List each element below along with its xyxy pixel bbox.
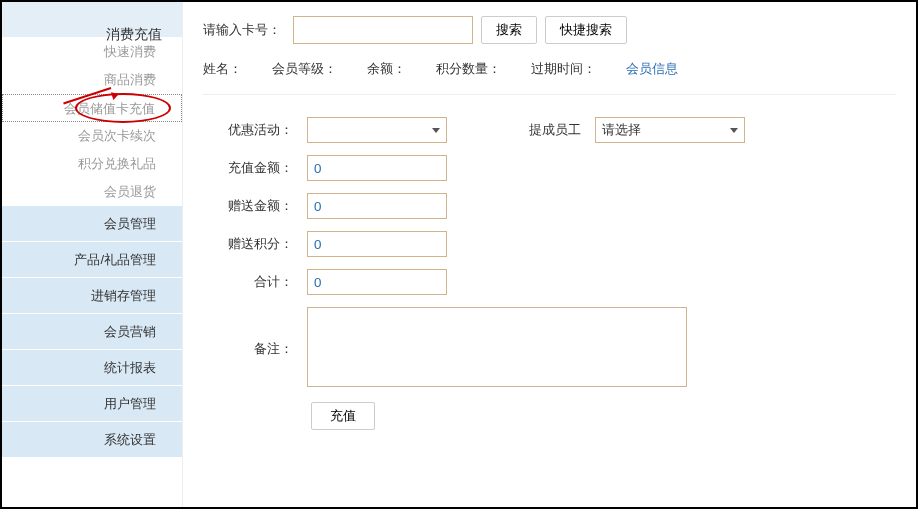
remark-textarea[interactable] bbox=[307, 307, 687, 387]
bonus-amount-input[interactable] bbox=[307, 193, 447, 219]
nav-section-label: 用户管理 bbox=[104, 396, 156, 411]
nav-section-label: 统计报表 bbox=[104, 360, 156, 375]
main-panel: 请输入卡号： 搜索 快捷搜索 姓名： 会员等级： 余额： 积分数量： 过期时间：… bbox=[182, 2, 916, 507]
sidebar: 消费充值 快速消费 商品消费 会员储值卡充值 会员次卡续次 积分兑换礼品 会员退… bbox=[2, 2, 182, 507]
promo-select[interactable] bbox=[307, 117, 447, 143]
total-input[interactable] bbox=[307, 269, 447, 295]
nav-sub-goods-consume[interactable]: 商品消费 bbox=[2, 66, 182, 94]
card-number-input[interactable] bbox=[293, 16, 473, 44]
nav-sub-times-card[interactable]: 会员次卡续次 bbox=[2, 122, 182, 150]
nav-sub-points-exchange[interactable]: 积分兑换礼品 bbox=[2, 150, 182, 178]
promo-label: 优惠活动： bbox=[203, 111, 303, 149]
nav-section-label: 消费充值 bbox=[106, 26, 162, 42]
nav-section-settings[interactable]: 系统设置 bbox=[2, 422, 182, 458]
recharge-form: 优惠活动： 提成员工 请选择 充值金额： bbox=[203, 111, 749, 436]
search-row: 请输入卡号： 搜索 快捷搜索 bbox=[203, 16, 896, 44]
nav-section-member[interactable]: 会员管理 bbox=[2, 206, 182, 242]
caret-down-icon bbox=[432, 128, 440, 133]
remark-label: 备注： bbox=[203, 301, 303, 396]
search-button[interactable]: 搜索 bbox=[481, 16, 537, 44]
info-balance: 余额： bbox=[367, 60, 406, 78]
staff-select[interactable]: 请选择 bbox=[595, 117, 745, 143]
caret-down-icon bbox=[730, 128, 738, 133]
recharge-amount-label: 充值金额： bbox=[203, 149, 303, 187]
nav-section-label: 产品/礼品管理 bbox=[74, 252, 156, 267]
nav-section-consume[interactable]: 消费充值 bbox=[2, 2, 182, 38]
member-info-link[interactable]: 会员信息 bbox=[626, 60, 678, 78]
info-level: 会员等级： bbox=[272, 60, 337, 78]
nav-sub-label: 会员储值卡充值 bbox=[64, 101, 155, 116]
bonus-points-label: 赠送积分： bbox=[203, 225, 303, 263]
info-expire: 过期时间： bbox=[531, 60, 596, 78]
total-label: 合计： bbox=[203, 263, 303, 301]
bonus-points-input[interactable] bbox=[307, 231, 447, 257]
staff-label: 提成员工 bbox=[491, 111, 591, 149]
recharge-amount-input[interactable] bbox=[307, 155, 447, 181]
recharge-submit-button[interactable]: 充值 bbox=[311, 402, 375, 430]
member-info-row: 姓名： 会员等级： 余额： 积分数量： 过期时间： 会员信息 bbox=[203, 56, 896, 95]
nav-sub-recharge[interactable]: 会员储值卡充值 bbox=[2, 94, 182, 122]
staff-value: 请选择 bbox=[602, 121, 641, 139]
nav-section-marketing[interactable]: 会员营销 bbox=[2, 314, 182, 350]
nav-section-inventory[interactable]: 进销存管理 bbox=[2, 278, 182, 314]
nav-section-label: 会员管理 bbox=[104, 216, 156, 231]
nav-section-report[interactable]: 统计报表 bbox=[2, 350, 182, 386]
info-name: 姓名： bbox=[203, 60, 242, 78]
nav-section-label: 系统设置 bbox=[104, 432, 156, 447]
nav-sub-refund[interactable]: 会员退货 bbox=[2, 178, 182, 206]
info-points: 积分数量： bbox=[436, 60, 501, 78]
nav-section-label: 进销存管理 bbox=[91, 288, 156, 303]
quick-search-button[interactable]: 快捷搜索 bbox=[545, 16, 627, 44]
nav-section-label: 会员营销 bbox=[104, 324, 156, 339]
nav-section-product[interactable]: 产品/礼品管理 bbox=[2, 242, 182, 278]
nav-section-user[interactable]: 用户管理 bbox=[2, 386, 182, 422]
card-number-label: 请输入卡号： bbox=[203, 21, 281, 39]
bonus-amount-label: 赠送金额： bbox=[203, 187, 303, 225]
